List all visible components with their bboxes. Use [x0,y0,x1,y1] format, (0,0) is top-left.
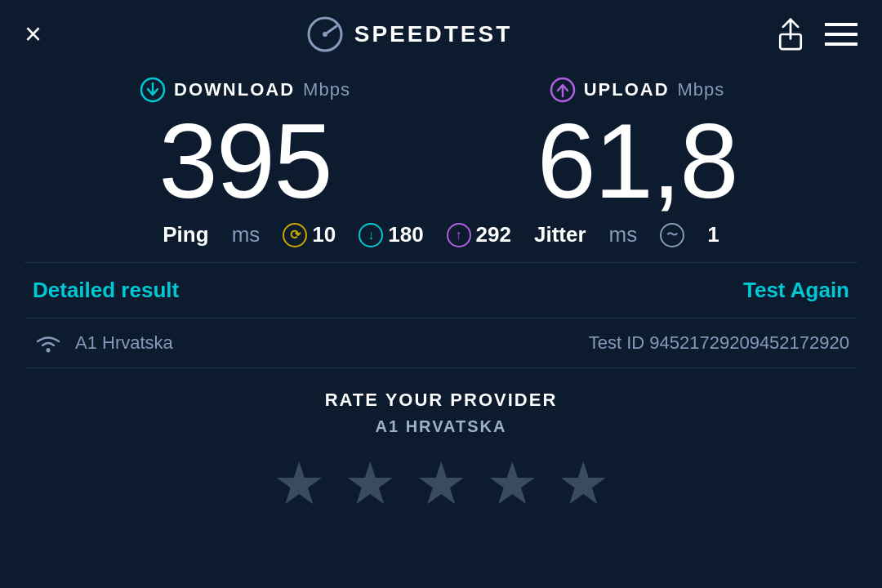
ping-up-number: 292 [476,222,511,247]
ping-unit: ms [232,222,261,247]
divider-3 [24,368,858,368]
ping-down-value: ↓ 180 [359,222,423,247]
top-bar: × SPEEDTEST [0,0,882,69]
wifi-icon [33,332,64,354]
logo-text: SPEEDTEST [354,21,512,47]
test-again-button[interactable]: Test Again [743,278,849,303]
speed-section: DOWNLOAD Mbps 395 UPLOAD Mbps 61,8 [0,69,882,214]
rate-provider-name: A1 HRVATSKA [376,417,507,436]
test-id: Test ID 94521729209452172920 [589,332,849,354]
speedtest-logo-icon [305,15,345,54]
svg-point-8 [47,349,51,353]
star-5[interactable]: ★ [557,454,610,513]
upload-block: UPLOAD Mbps 61,8 [441,77,833,214]
download-block: DOWNLOAD Mbps 395 [49,77,441,214]
star-2[interactable]: ★ [344,454,397,513]
divider-1 [24,262,858,263]
test-id-label: Test ID [589,332,650,353]
ping-up-value: ↑ 292 [447,222,511,247]
jitter-label: Jitter [534,222,586,247]
jitter-value: 1 [707,222,719,247]
ping-up-icon: ↑ [447,223,471,247]
download-icon [140,77,166,103]
provider-info: A1 Hrvatska [33,332,173,354]
star-3[interactable]: ★ [415,454,468,513]
menu-icon[interactable] [825,22,858,47]
provider-row: A1 Hrvatska Test ID 94521729209452172920 [0,325,882,361]
test-id-value: 9452172920 [649,332,749,353]
rating-section: RATE YOUR PROVIDER A1 HRVATSKA ★ ★ ★ ★ ★ [0,375,882,528]
ping-down-icon: ↓ [359,223,383,247]
ping-main-number: 10 [312,222,336,247]
ping-down-number: 180 [388,222,423,247]
download-label: DOWNLOAD Mbps [140,77,350,103]
ping-main-value: ⟳ 10 [283,222,336,247]
upload-unit: Mbps [678,79,725,100]
download-unit: Mbps [303,79,350,100]
logo-area: SPEEDTEST [305,15,512,54]
ping-label: Ping [163,222,208,247]
divider-2 [24,318,858,318]
jitter-icon: 〜 [660,223,684,247]
close-button[interactable]: × [24,20,42,49]
star-1[interactable]: ★ [273,454,326,513]
svg-point-1 [323,32,327,37]
download-label-text: DOWNLOAD [174,79,295,100]
download-value: 395 [159,108,332,214]
ping-main-icon: ⟳ [283,223,307,247]
star-4[interactable]: ★ [486,454,539,513]
share-icon[interactable] [776,18,805,51]
actions-row: Detailed result Test Again [0,270,882,311]
top-right-actions [776,18,858,51]
jitter-unit: ms [609,222,638,247]
upload-value: 61,8 [537,108,737,214]
upload-icon [550,77,576,103]
upload-label: UPLOAD Mbps [550,77,725,103]
provider-name: A1 Hrvatska [75,332,173,354]
rate-title: RATE YOUR PROVIDER [325,390,558,411]
upload-label-text: UPLOAD [584,79,670,100]
ping-row: Ping ms ⟳ 10 ↓ 180 ↑ 292 Jitter ms 〜 1 [0,214,882,256]
stars-row: ★ ★ ★ ★ ★ [273,454,610,513]
detailed-result-link[interactable]: Detailed result [33,278,179,303]
